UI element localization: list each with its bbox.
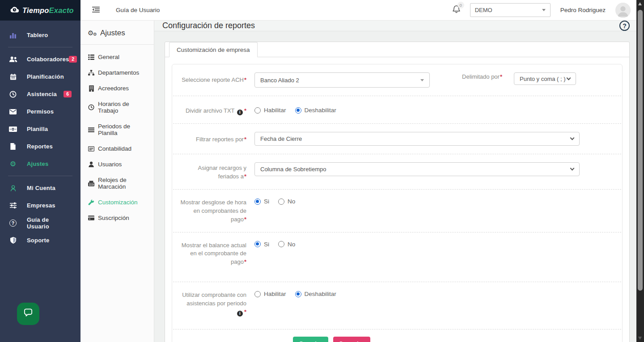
page-header: Configuración de reportes ?	[154, 21, 644, 31]
sidebar-toggle-icon[interactable]	[92, 6, 100, 14]
info-icon[interactable]: i	[237, 110, 243, 115]
submenu-item-relojes[interactable]: Relojes de Marcación	[80, 172, 154, 194]
delimiter-select[interactable]: Punto y coma ( ; )	[514, 72, 576, 85]
sidebar-item-colaboradores[interactable]: Colaboradores 2	[0, 51, 80, 68]
cloud-clock-icon	[10, 6, 19, 14]
sidebar-item-mi-cuenta[interactable]: Mi Cuenta	[0, 179, 80, 197]
ach-report-select[interactable]: Banco Aliado 2	[254, 72, 430, 88]
radio-checked-icon	[295, 291, 301, 297]
submenu-item-acreedores[interactable]: Acreedores	[80, 80, 154, 96]
bar-chart-icon	[8, 32, 18, 38]
sidebar-item-planificacion[interactable]: Planificación	[0, 68, 80, 85]
scroll-down-arrow[interactable]	[638, 337, 642, 340]
submenu-item-general[interactable]: General	[80, 49, 154, 65]
recargos-label: Asignar recargos y feriados a	[198, 165, 246, 180]
users-icon	[8, 56, 18, 63]
radio-habilitar[interactable]: Habilitar	[254, 291, 286, 297]
sidebar-item-soporte[interactable]: Soporte	[0, 232, 80, 249]
rows-icon	[88, 127, 95, 132]
radio-unchecked-icon	[278, 241, 284, 247]
info-icon[interactable]: i	[237, 311, 243, 317]
calendar-icon	[8, 73, 18, 80]
sidebar-item-empresas[interactable]: Empresas	[0, 197, 80, 214]
radio-deshabilitar[interactable]: Deshabilitar	[295, 107, 336, 114]
save-button[interactable]: Guardar	[293, 337, 328, 342]
radio-checked-icon	[254, 198, 261, 205]
list-icon	[88, 55, 95, 60]
clock-icon	[8, 91, 18, 98]
scroll-up-arrow[interactable]	[638, 2, 642, 5]
report-config-card: Customización de empresa Seleccione repo…	[165, 42, 630, 342]
gear-icon: ⚙	[8, 160, 18, 168]
sidebar-item-asistencia[interactable]: Asistencia 6	[0, 85, 80, 103]
split-txt-label: Dividir archivo TXT	[186, 107, 234, 114]
desglose-label: Mostrar desglose de hora en comprobantes…	[181, 199, 246, 223]
submenu-item-contabilidad[interactable]: Contabilidad	[80, 141, 154, 156]
sidebar-item-ajustes[interactable]: ⚙ Ajustes	[0, 155, 80, 173]
sidebar-nav: Tablero Colaboradores 2 Planificación	[0, 21, 80, 249]
cancel-button[interactable]: Cancelar	[333, 337, 370, 342]
submenu-item-usuarios[interactable]: Usuarios	[80, 156, 154, 172]
radio-no[interactable]: No	[278, 198, 295, 205]
chevron-down-icon	[542, 9, 546, 11]
form-row-ach: Seleccione reporte ACH* Banco Aliado 2 D…	[173, 64, 621, 96]
filter-label: Filtrar reportes por	[196, 136, 244, 143]
main-sidebar: TiempoExacto Tablero Colaboradores 2	[0, 0, 80, 342]
count-badge: 2	[69, 56, 77, 63]
form-row-filter: Filtrar reportes por* Fecha de Cierre	[173, 124, 621, 154]
radio-checked-icon	[254, 241, 261, 247]
recargos-select[interactable]: Columna de Sobretiempo	[254, 162, 580, 176]
settings-submenu: ⚙⚙ Ajustes General Departamentos Acreedo…	[80, 21, 154, 342]
submenu-item-departamentos[interactable]: Departamentos	[80, 65, 154, 80]
topbar-guide-link[interactable]: Guía de Usuario	[116, 7, 160, 13]
chat-bubble-icon	[22, 308, 34, 320]
submenu-item-horarios[interactable]: Horarios de Trabajo	[80, 96, 154, 118]
radio-unchecked-icon	[254, 107, 261, 114]
submenu-item-periodos[interactable]: Periodos de Planilla	[80, 118, 154, 141]
sidebar-item-permisos[interactable]: Permisos	[0, 103, 80, 120]
topbar: Guía de Usuario 0 DEMO Pedro Rodriguez	[80, 0, 644, 21]
company-select[interactable]: DEMO	[470, 3, 551, 17]
bell-icon	[453, 7, 460, 15]
form-row-split-txt: Dividir archivo TXT i* Habilitar Deshabi…	[173, 96, 621, 124]
balance-label: Mostrar el balance actual en el comproba…	[182, 242, 246, 266]
help-icon[interactable]: ?	[619, 21, 630, 31]
filter-reports-select[interactable]: Fecha de Cierre	[254, 132, 580, 146]
radio-si[interactable]: Si	[254, 198, 269, 205]
radio-no[interactable]: No	[278, 241, 295, 248]
clock-icon	[88, 104, 95, 110]
avatar[interactable]	[615, 3, 631, 18]
question-circle-icon: ?	[8, 220, 18, 227]
report-config-form: Seleccione reporte ACH* Banco Aliado 2 D…	[172, 64, 623, 342]
submenu-item-suscripcion[interactable]: Suscripción	[80, 210, 154, 226]
radio-checked-icon	[295, 107, 301, 114]
sidebar-item-reportes[interactable]: Reportes	[0, 138, 80, 155]
chevron-down-icon	[567, 76, 571, 80]
radio-si[interactable]: Si	[254, 241, 269, 248]
fax-icon	[88, 181, 95, 186]
file-icon	[8, 143, 18, 150]
brand-logo[interactable]: TiempoExacto	[0, 0, 80, 21]
tab-customizacion-de-empresa[interactable]: Customización de empresa	[169, 42, 258, 57]
delimiter-label: Delimitado por	[462, 73, 500, 80]
vertical-scrollbar[interactable]	[636, 0, 644, 342]
submenu-item-customizacion[interactable]: Customización	[80, 194, 154, 210]
form-row-comprobante: Utilizar comprobante con asistencias por…	[173, 282, 621, 329]
radio-deshabilitar[interactable]: Deshabilitar	[295, 291, 336, 297]
notification-count-badge: 0	[458, 2, 464, 8]
form-row-recargos: Asignar recargos y feriados a* Columna d…	[173, 154, 621, 190]
radio-habilitar[interactable]: Habilitar	[254, 107, 286, 114]
chevron-down-icon	[570, 136, 575, 140]
ach-label: Seleccione reporte ACH	[182, 76, 244, 83]
page-title: Configuración de reportes	[162, 21, 255, 30]
main-content: Configuración de reportes ? Customizació…	[154, 21, 644, 342]
sidebar-item-tablero[interactable]: Tablero	[0, 26, 80, 44]
notifications-button[interactable]: 0	[453, 5, 460, 15]
scrollbar-thumb[interactable]	[638, 10, 643, 291]
chat-widget-button[interactable]	[17, 303, 39, 325]
user-menu[interactable]: Pedro Rodriguez	[560, 7, 606, 13]
form-row-desglose: Mostrar desglose de hora en comprobantes…	[173, 190, 621, 232]
envelope-icon	[8, 109, 18, 114]
sidebar-item-planilla[interactable]: Planilla	[0, 120, 80, 138]
sidebar-item-guia-de-usuario[interactable]: ? Guía de Usuario	[0, 214, 80, 232]
